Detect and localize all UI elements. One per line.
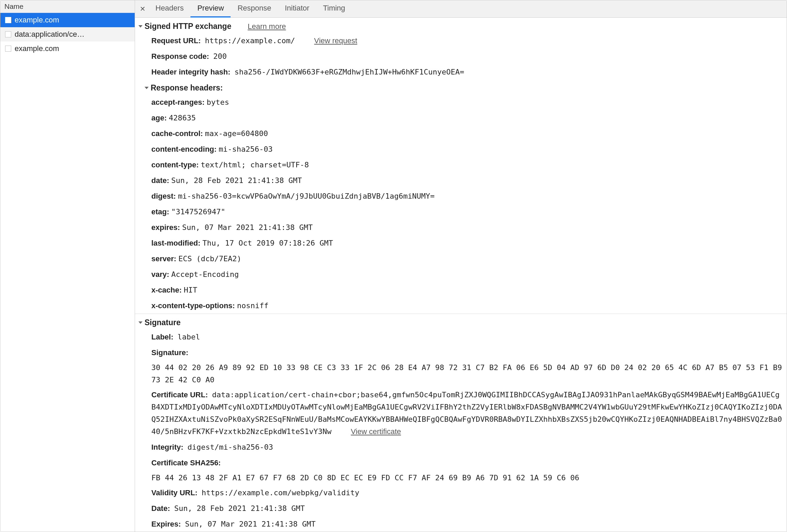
response-header-value: HIT [184, 286, 197, 294]
validity-url-row: Validity URL: https://example.com/webpkg… [135, 485, 787, 501]
response-header-key: etag: [151, 207, 169, 216]
tab-timing[interactable]: Timing [316, 0, 352, 17]
request-url-row: Request URL: https://example.com/ View r… [135, 33, 787, 49]
signed-exchange-title: Signed HTTP exchange [145, 22, 231, 31]
tab-preview[interactable]: Preview [190, 0, 231, 17]
response-header-row: x-content-type-options:nosniff [135, 298, 787, 314]
response-header-value: Sun, 28 Feb 2021 21:41:38 GMT [171, 176, 302, 185]
request-url-label: Request URL: [151, 36, 201, 45]
response-header-key: last-modified: [151, 239, 200, 247]
cert-sha-label: Certificate SHA256: [151, 459, 221, 467]
response-code-value: 200 [213, 52, 227, 61]
response-header-value: ECS (dcb/7EA2) [178, 254, 241, 263]
response-header-value: mi-sha256-03 [219, 145, 273, 153]
response-header-row: vary:Accept-Encoding [135, 267, 787, 282]
file-icon [5, 46, 11, 52]
response-header-value: "3147526947" [171, 207, 225, 216]
response-header-value: Thu, 17 Oct 2019 07:18:26 GMT [202, 239, 333, 247]
signature-date-row: Date: Sun, 28 Feb 2021 21:41:38 GMT [135, 501, 787, 516]
signature-date-value: Sun, 28 Feb 2021 21:41:38 GMT [174, 504, 305, 513]
cert-sha-value: FB 44 26 13 48 2F A1 E7 67 F7 68 2D C0 8… [135, 471, 787, 485]
close-icon[interactable]: ✕ [136, 2, 149, 16]
validity-url-label: Validity URL: [151, 488, 198, 497]
response-headers-header[interactable]: Response headers: [135, 80, 787, 95]
response-header-value: nosniff [237, 301, 269, 310]
file-icon [5, 31, 11, 37]
response-header-value: 428635 [169, 114, 196, 122]
cert-sha-label-row: Certificate SHA256: [135, 455, 787, 471]
response-header-row: digest:mi-sha256-03=kcwVP6aOwYmA/j9JbUU0… [135, 188, 787, 204]
response-header-key: accept-ranges: [151, 98, 205, 106]
signature-date-label: Date: [151, 504, 170, 513]
main-panel: ✕ HeadersPreviewResponseInitiatorTiming … [135, 0, 787, 532]
integrity-label: Integrity: [151, 443, 183, 451]
signature-bytes-label-row: Signature: [135, 345, 787, 361]
file-icon [5, 17, 11, 23]
response-header-key: x-content-type-options: [151, 301, 235, 310]
header-hash-label: Header integrity hash: [151, 68, 230, 76]
sidebar-header: Name [0, 0, 135, 13]
response-header-key: date: [151, 176, 169, 185]
request-item[interactable]: example.com [0, 13, 135, 27]
response-header-key: content-type: [151, 161, 199, 169]
response-header-row: server:ECS (dcb/7EA2) [135, 251, 787, 267]
header-hash-value: sha256-/IWdYDKW663F+eRGZMdhwjEhIJW+Hw6hK… [234, 68, 464, 76]
devtools-root: Name example.comdata:application/ce…exam… [0, 0, 787, 532]
response-header-row: accept-ranges:bytes [135, 95, 787, 110]
signature-header[interactable]: Signature [135, 314, 787, 329]
tab-response[interactable]: Response [231, 0, 278, 17]
integrity-value: digest/mi-sha256-03 [187, 443, 273, 451]
tab-initiator[interactable]: Initiator [278, 0, 316, 17]
cert-url-label: Certificate URL: [151, 390, 208, 399]
signature-section: Signature Label: label Signature: 30 44 … [135, 314, 787, 532]
response-header-row: cache-control:max-age=604800 [135, 126, 787, 142]
response-header-key: cache-control: [151, 129, 203, 138]
view-certificate-link[interactable]: View certificate [351, 427, 401, 436]
tabs: ✕ HeadersPreviewResponseInitiatorTiming [135, 0, 787, 18]
response-header-row: content-encoding:mi-sha256-03 [135, 142, 787, 157]
request-item[interactable]: data:application/ce… [0, 27, 135, 41]
response-code-label: Response code: [151, 52, 209, 61]
request-item-label: data:application/ce… [15, 30, 84, 39]
view-request-link[interactable]: View request [314, 36, 357, 45]
response-header-value: Accept-Encoding [171, 270, 239, 279]
request-url-value: https://example.com/ [205, 36, 295, 45]
signature-hex: 30 44 02 20 26 A9 89 92 ED 10 33 98 CE C… [135, 361, 787, 387]
signature-label-value: label [178, 333, 200, 341]
response-header-key: vary: [151, 270, 169, 279]
signed-exchange-header[interactable]: Signed HTTP exchange Learn more [135, 18, 787, 33]
response-headers-title: Response headers: [151, 83, 223, 93]
learn-more-link[interactable]: Learn more [248, 22, 286, 31]
response-header-row: x-cache:HIT [135, 282, 787, 298]
tab-headers[interactable]: Headers [149, 0, 190, 17]
response-header-value: max-age=604800 [205, 129, 268, 138]
request-item-label: example.com [15, 44, 59, 53]
cert-url-row: Certificate URL: data:application/cert-c… [135, 387, 787, 439]
response-header-key: x-cache: [151, 286, 182, 294]
caret-down-icon [145, 87, 149, 89]
response-header-row: content-type:text/html; charset=UTF-8 [135, 157, 787, 173]
caret-down-icon [138, 321, 143, 324]
integrity-row: Integrity: digest/mi-sha256-03 [135, 439, 787, 455]
response-header-row: last-modified:Thu, 17 Oct 2019 07:18:26 … [135, 235, 787, 251]
signature-expires-row: Expires: Sun, 07 Mar 2021 21:41:38 GMT [135, 516, 787, 532]
request-item[interactable]: example.com [0, 41, 135, 56]
content-pane[interactable]: Signed HTTP exchange Learn more Request … [135, 18, 787, 532]
signature-label-label: Label: [151, 333, 173, 341]
response-code-row: Response code: 200 [135, 49, 787, 64]
response-header-row: age:428635 [135, 110, 787, 126]
response-header-row: expires:Sun, 07 Mar 2021 21:41:38 GMT [135, 220, 787, 235]
validity-url-value: https://example.com/webpkg/validity [202, 488, 359, 497]
response-header-key: expires: [151, 223, 180, 232]
response-header-row: etag:"3147526947" [135, 204, 787, 220]
response-header-value: Sun, 07 Mar 2021 21:41:38 GMT [182, 223, 313, 232]
response-header-value: text/html; charset=UTF-8 [201, 161, 309, 169]
response-header-key: digest: [151, 192, 176, 200]
signature-label-row: Label: label [135, 329, 787, 345]
signature-expires-label: Expires: [151, 520, 181, 528]
request-list: example.comdata:application/ce…example.c… [0, 13, 135, 56]
request-item-label: example.com [15, 16, 59, 24]
response-header-key: content-encoding: [151, 145, 217, 153]
signature-bytes-label: Signature: [151, 348, 188, 357]
signature-title: Signature [145, 318, 181, 327]
